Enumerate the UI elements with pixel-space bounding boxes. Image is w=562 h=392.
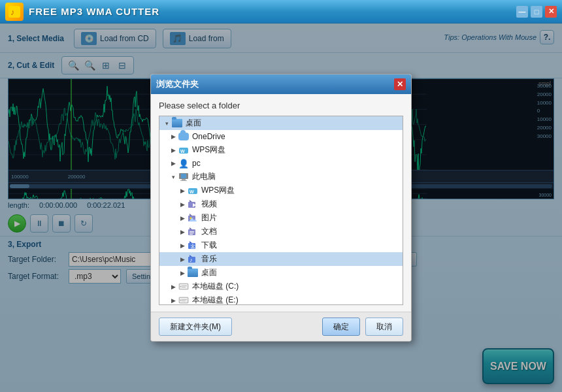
tree-item-wps1[interactable]: ▶ W WPS网盘 xyxy=(159,143,403,157)
tree-item-desktop-root[interactable]: ▾ 桌面 xyxy=(159,116,403,130)
pc-icon-thispc xyxy=(178,172,190,182)
folder-tree[interactable]: ▾ 桌面 ▶ OneDrive xyxy=(159,116,403,305)
app-icon: ♪ xyxy=(5,3,24,21)
tree-arrow-drive-c: ▶ xyxy=(169,282,178,291)
new-folder-button[interactable]: 新建文件夹(M) xyxy=(159,318,232,336)
tree-label-docs: 文档 xyxy=(201,226,217,237)
tree-item-pc[interactable]: ▶ 👤 pc xyxy=(159,157,403,170)
cloud-icon-wps1: W xyxy=(178,145,190,155)
svg-marker-11 xyxy=(188,200,192,202)
tree-label-desktop-root: 桌面 xyxy=(186,118,201,129)
tree-arrow-wps2: ▶ xyxy=(178,186,187,195)
tree-label-images: 图片 xyxy=(201,212,217,223)
tree-item-wps2[interactable]: ▶ W WPS网盘 xyxy=(159,184,403,197)
tree-arrow-pc: ▶ xyxy=(169,159,178,168)
svg-rect-33 xyxy=(182,287,186,287)
svg-rect-6 xyxy=(182,179,186,180)
tree-label-wps2: WPS网盘 xyxy=(201,185,235,196)
download-folder-icon xyxy=(187,240,199,251)
folder-browser-dialog: 浏览文件夹 ✕ Please select a folder ▾ 桌面 xyxy=(150,74,412,342)
svg-rect-5 xyxy=(181,174,186,178)
minimize-button[interactable]: — xyxy=(516,6,528,18)
dialog-cancel-button[interactable]: 取消 xyxy=(365,318,403,336)
folder-icon-desktop xyxy=(171,118,183,129)
app-title: FREE MP3 WMA CUTTER xyxy=(29,6,159,17)
tree-arrow-video: ▶ xyxy=(178,200,187,209)
tree-label-drive-e: 本地磁盘 (E:) xyxy=(192,295,239,305)
tree-item-onedrive[interactable]: ▶ OneDrive xyxy=(159,130,403,143)
music-folder-icon: ♪ xyxy=(187,254,199,265)
svg-text:♪: ♪ xyxy=(10,7,15,17)
dialog-title: 浏览文件夹 xyxy=(156,78,199,90)
svg-marker-18 xyxy=(188,227,192,229)
tree-label-desktop2: 桌面 xyxy=(201,267,217,278)
person-icon-pc: 👤 xyxy=(178,158,190,169)
svg-rect-37 xyxy=(182,299,187,300)
svg-point-31 xyxy=(180,286,182,287)
doc-folder-icon xyxy=(187,227,199,237)
tree-item-images[interactable]: ▶ 图片 xyxy=(159,211,403,225)
tree-item-docs[interactable]: ▶ 文档 xyxy=(159,225,403,238)
tree-item-video[interactable]: ▶ 视频 xyxy=(159,197,403,211)
tree-arrow-downloads: ▶ xyxy=(178,241,187,250)
tree-label-pc: pc xyxy=(192,159,201,168)
dialog-close-button[interactable]: ✕ xyxy=(394,78,406,90)
title-bar-left: ♪ FREE MP3 WMA CUTTER xyxy=(5,3,159,21)
tree-arrow-desktop2: ▶ xyxy=(178,269,187,278)
maximize-button[interactable]: □ xyxy=(531,6,542,18)
svg-text:♪: ♪ xyxy=(190,257,193,263)
svg-rect-38 xyxy=(182,301,186,301)
svg-rect-7 xyxy=(180,180,187,181)
dialog-footer: 新建文件夹(M) 确定 取消 xyxy=(151,312,411,341)
tree-label-onedrive: OneDrive xyxy=(192,132,225,141)
tree-arrow-images: ▶ xyxy=(178,214,187,223)
tree-arrow-thispc: ▾ xyxy=(169,172,178,182)
tree-label-music: 音乐 xyxy=(201,253,217,265)
svg-rect-21 xyxy=(190,234,193,235)
video-folder-icon xyxy=(187,199,199,210)
svg-marker-14 xyxy=(188,214,192,216)
image-folder-icon xyxy=(187,213,199,223)
dialog-title-bar: 浏览文件夹 ✕ xyxy=(151,74,411,94)
dialog-instruction: Please select a folder xyxy=(159,101,403,110)
svg-point-36 xyxy=(180,300,182,301)
tree-arrow-drive-e: ▶ xyxy=(169,296,178,305)
dialog-ok-button[interactable]: 确定 xyxy=(322,318,360,336)
drive-icon-e xyxy=(178,295,190,306)
svg-text:W: W xyxy=(190,189,194,194)
drive-icon-c xyxy=(178,282,190,292)
cloud-icon-onedrive xyxy=(178,131,190,142)
tree-arrow-onedrive: ▶ xyxy=(169,132,178,141)
tree-item-drive-c[interactable]: ▶ 本地磁盘 (C:) xyxy=(159,280,403,293)
title-bar: ♪ FREE MP3 WMA CUTTER — □ ✕ xyxy=(0,0,562,24)
tree-item-drive-e[interactable]: ▶ 本地磁盘 (E:) xyxy=(159,293,403,305)
tree-label-wps1: WPS网盘 xyxy=(192,144,225,155)
tree-label-thispc: 此电脑 xyxy=(192,171,216,182)
svg-rect-25 xyxy=(191,248,195,248)
folder-icon-desktop2 xyxy=(187,268,199,278)
title-controls: — □ ✕ xyxy=(516,6,557,18)
dialog-overlay: 浏览文件夹 ✕ Please select a folder ▾ 桌面 xyxy=(0,24,562,392)
dialog-action-buttons: 确定 取消 xyxy=(322,318,403,336)
close-button[interactable]: ✕ xyxy=(545,6,557,18)
dialog-body: Please select a folder ▾ 桌面 ▶ xyxy=(151,94,411,312)
svg-text:W: W xyxy=(180,149,185,154)
tree-label-drive-c: 本地磁盘 (C:) xyxy=(192,281,239,292)
tree-item-downloads[interactable]: ▶ 下载 xyxy=(159,238,403,252)
tree-label-downloads: 下载 xyxy=(201,240,217,251)
svg-rect-20 xyxy=(190,233,194,233)
tree-label-video: 视频 xyxy=(201,199,217,210)
tree-arrow-music: ▶ xyxy=(178,255,187,264)
main-area: Tips: Operations With Mouse ?. 1, Select… xyxy=(0,24,562,392)
tree-item-desktop2[interactable]: ▶ 桌面 xyxy=(159,266,403,280)
tree-arrow-wps1: ▶ xyxy=(169,146,178,155)
tree-item-thispc[interactable]: ▾ 此电脑 xyxy=(159,170,403,184)
tree-item-music[interactable]: ▶ ♪ 音乐 xyxy=(159,252,403,266)
cloud-icon-wps2: W xyxy=(187,186,199,196)
tree-arrow-docs: ▶ xyxy=(178,227,187,237)
svg-rect-32 xyxy=(182,286,187,286)
svg-rect-19 xyxy=(190,231,194,232)
tree-arrow-desktop: ▾ xyxy=(162,119,171,128)
svg-marker-23 xyxy=(188,241,192,243)
